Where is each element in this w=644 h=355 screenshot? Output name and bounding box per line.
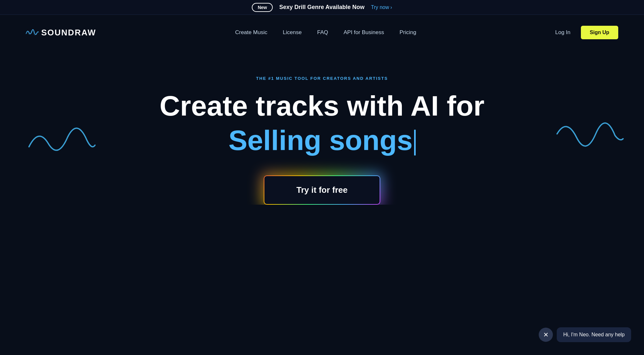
nav-right: Log In Sign Up [555,26,618,39]
try-now-link[interactable]: Try now › [371,5,392,10]
nav-pricing[interactable]: Pricing [400,29,416,36]
nav-links: Create Music License FAQ API for Busines… [235,29,416,36]
try-now-arrow: › [390,5,392,10]
chat-close-button[interactable]: ✕ [539,328,553,342]
logo-wave-svg [26,28,39,37]
hero-section: THE #1 MUSIC TOOL FOR CREATORS AND ARTIS… [0,50,644,205]
navbar: SOUNDRAW Create Music License FAQ API fo… [0,15,644,50]
nav-license[interactable]: License [283,29,302,36]
logo[interactable]: SOUNDRAW [26,28,96,38]
try-free-button[interactable]: Try it for free [264,176,380,204]
logo-text: SOUNDRAW [41,28,96,38]
new-badge: New [252,3,273,12]
wave-decoration-left [26,121,97,161]
announcement-bar: New Sexy Drill Genre Available Now Try n… [0,0,644,15]
nav-create-music[interactable]: Create Music [235,29,267,36]
cta-button-wrapper: Try it for free [264,175,381,205]
chat-bubble: Hi, I'm Neo. Need any help [557,327,631,342]
nav-api[interactable]: API for Business [344,29,384,36]
cta-glow-wrapper: Try it for free [264,175,381,205]
chat-message: Hi, I'm Neo. Need any help [563,332,625,337]
signup-button[interactable]: Sign Up [581,26,618,39]
try-now-label: Try now [371,5,389,10]
announcement-text: Sexy Drill Genre Available Now [279,4,365,11]
close-icon: ✕ [543,331,549,339]
wave-decoration-right [554,115,625,154]
nav-faq[interactable]: FAQ [317,29,328,36]
login-link[interactable]: Log In [555,29,570,36]
hero-headline-white: Create tracks with AI for [159,90,484,122]
text-cursor [414,130,416,155]
headline-blue-text: Selling songs [228,124,412,156]
hero-headline-blue: Selling songs [228,125,415,156]
chat-widget: ✕ Hi, I'm Neo. Need any help [539,327,631,342]
logo-icon [26,28,39,37]
hero-subtitle: THE #1 MUSIC TOOL FOR CREATORS AND ARTIS… [256,76,388,81]
